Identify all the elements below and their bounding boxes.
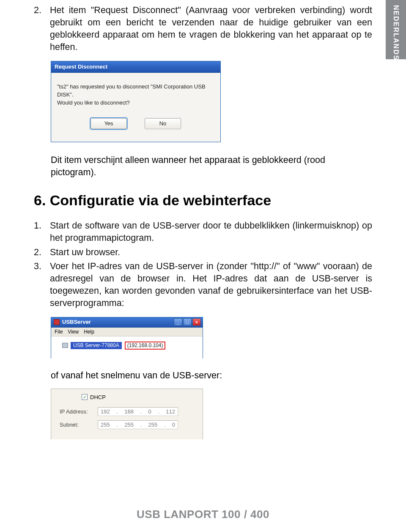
step-3: 3. Voer het IP-adres van de USB-server i…	[34, 260, 372, 309]
maximize-button[interactable]: □	[183, 318, 192, 326]
step-3-text: Voer het IP-adres van de USB-server in (…	[50, 260, 372, 309]
shortcut-menu-text: of vanaf het snelmenu van de USB-server:	[51, 370, 372, 381]
close-button[interactable]: ×	[192, 318, 201, 326]
ip-octet-3: 0	[148, 408, 151, 415]
ip-octet-1: 192	[101, 408, 110, 415]
dialog-titlebar: Request Disconnect	[51, 61, 220, 73]
server-ip-highlight: (192.168.0.104)	[125, 342, 166, 350]
intro-text: Het item "Request Disconnect" (Aanvraag …	[50, 4, 372, 53]
language-tab: NEDERLANDS	[386, 0, 406, 59]
step-2-text: Start uw browser.	[50, 246, 372, 259]
window-title: USBServer	[62, 319, 91, 325]
step-2: 2. Start uw browser.	[34, 246, 372, 259]
usb-server-row[interactable]: USB Server-77880A (192.168.0.104)	[62, 342, 198, 350]
page-footer: USB LANPORT 100 / 400	[0, 508, 406, 521]
ip-address-label: IP Address:	[60, 408, 93, 415]
ip-address-field[interactable]: 192. 168. 0. 112	[98, 407, 178, 416]
step-3-number: 3.	[34, 260, 44, 309]
dialog-message-line2: Would you like to disconnect?	[57, 99, 130, 106]
step-1-text: Start de software van de USB-server door…	[50, 220, 372, 244]
note-paragraph: Dit item verschijnt alleen wanneer het a…	[51, 154, 372, 179]
subnet-field[interactable]: 255. 255. 255. 0	[98, 420, 178, 429]
usbserver-window-screenshot: USBServer _ □ × File View Help USB Serve…	[51, 317, 372, 358]
network-settings-screenshot: ✓ DHCP IP Address: 192. 168. 0. 112 Subn…	[51, 389, 372, 439]
request-disconnect-dialog-screenshot: Request Disconnect "ts2" has requested y…	[51, 61, 372, 142]
subnet-octet-2: 255	[124, 422, 134, 428]
intro-list-item: 2. Het item "Request Disconnect" (Aanvra…	[34, 4, 372, 53]
yes-button[interactable]: Yes	[91, 118, 127, 130]
no-button[interactable]: No	[145, 118, 181, 130]
step-2-number: 2.	[34, 246, 44, 259]
ip-octet-4: 112	[166, 408, 175, 415]
dialog-message-line1: "ts2" has requested you to disconnect "S…	[57, 83, 206, 98]
subnet-octet-4: 0	[172, 422, 175, 428]
section-heading: 6. Configuratie via de webinterface	[34, 192, 372, 209]
server-name: USB Server-77880A	[71, 342, 122, 349]
subnet-octet-1: 255	[101, 422, 110, 428]
dhcp-checkbox[interactable]: ✓	[82, 394, 88, 400]
menu-help[interactable]: Help	[84, 329, 94, 335]
step-1-number: 1.	[34, 220, 44, 244]
dhcp-label: DHCP	[90, 394, 106, 400]
server-icon	[62, 343, 68, 348]
ip-octet-2: 168	[124, 408, 134, 415]
menu-file[interactable]: File	[55, 329, 63, 335]
subnet-octet-3: 255	[148, 422, 157, 428]
app-icon	[54, 319, 60, 325]
minimize-button[interactable]: _	[174, 318, 182, 326]
step-1: 1. Start de software van de USB-server d…	[34, 220, 372, 244]
subnet-label: Subnet:	[60, 422, 93, 428]
intro-number: 2.	[34, 4, 44, 53]
menu-view[interactable]: View	[68, 329, 79, 335]
